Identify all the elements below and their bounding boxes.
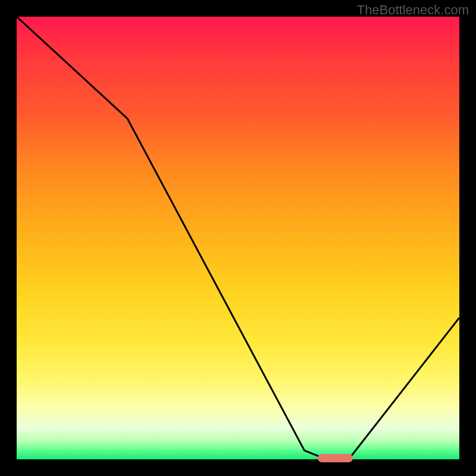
chart-line bbox=[17, 17, 459, 459]
watermark-text: TheBottleneck.com bbox=[357, 2, 469, 18]
chart-marker bbox=[318, 454, 353, 462]
chart-plot-area bbox=[17, 17, 459, 459]
